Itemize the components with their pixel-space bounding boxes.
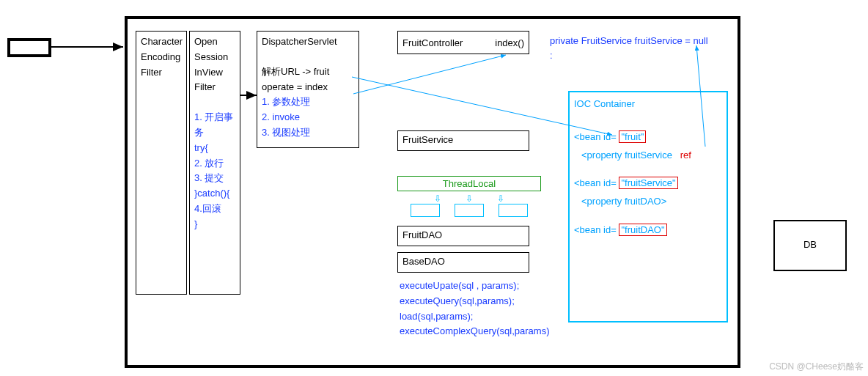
open-session-l2: Session	[194, 50, 235, 65]
prop-fruitservice-text: <property fruitService	[581, 150, 672, 161]
char-encoding-filter-l1: Character	[141, 34, 182, 50]
down-arrow-icon: ⇩	[466, 193, 473, 204]
fruit-service-box: FruitService	[397, 130, 529, 151]
open-session-note4: 3. 提交	[194, 171, 235, 186]
bean-fruitservice-id: "fruitService"	[619, 177, 677, 189]
ref-text: ref	[680, 150, 691, 161]
watermark-text: CSDN @CHeese奶酪客	[769, 361, 864, 373]
open-session-note3: 2. 放行	[194, 156, 235, 172]
open-session-note1: 1. 开启事务	[194, 110, 235, 141]
char-encoding-filter-l3: Filter	[141, 65, 182, 81]
open-session-l4: Filter	[194, 80, 235, 95]
threadlocal-slots	[397, 204, 541, 219]
open-session-filter-box: Open Session InView Filter 1. 开启事务 try{ …	[189, 31, 240, 295]
private-fruitservice-text: private FruitService fruitService = null	[550, 35, 708, 46]
bean-fruit-id: "fruit"	[619, 130, 646, 143]
threadlocal-arrows: ⇩ ⇩ ⇩	[397, 193, 541, 204]
slot-box	[455, 204, 484, 217]
dao-method-4: executeComplexQuery(sql,params)	[400, 324, 549, 339]
dispatcher-box-wrap: DispatcherServlet 解析URL -> fruit operate…	[257, 31, 359, 148]
down-arrow-icon: ⇩	[434, 193, 441, 204]
base-dao-label: BaseDAO	[402, 256, 445, 267]
fruit-controller-method: index()	[495, 37, 524, 48]
open-session-note6: 4.回滚	[194, 202, 235, 217]
bean-fruitdao-row: <bean id= "fruitDAO"	[574, 223, 722, 238]
dispatcher-s2: 2. invoke	[262, 110, 354, 125]
fruit-service-label: FruitService	[402, 134, 453, 145]
external-box	[7, 38, 51, 57]
threadlocal-group: ThreadLocal ⇩ ⇩ ⇩	[397, 176, 541, 219]
dispatcher-l3: operate = index	[262, 80, 354, 95]
open-session-l1: Open	[194, 34, 235, 50]
slot-box	[411, 204, 440, 217]
slot-box	[499, 204, 528, 217]
char-encoding-filter-l2: Encoding	[141, 50, 182, 65]
dispatcher-s3: 3. 视图处理	[262, 125, 354, 141]
bean-fruit-row: <bean id= "fruit"	[574, 130, 722, 145]
dispatcher-l2: 解析URL -> fruit	[262, 64, 354, 80]
fruit-controller-name: FruitController	[402, 37, 463, 48]
colon-text: :	[550, 50, 553, 61]
open-session-note2: try{	[194, 141, 235, 156]
ioc-title: IOC Container	[574, 97, 722, 112]
dao-method-3: load(sql,params);	[400, 309, 549, 325]
bean-fruitservice-row: <bean id= "fruitService"	[574, 176, 722, 191]
dispatcher-title: DispatcherServlet	[262, 34, 354, 50]
dao-method-1: executeUpate(sql , params);	[400, 279, 549, 294]
prop-fruitdao-text: <property fruitDAO>	[574, 194, 722, 210]
bean-fruitdao-id: "fruitDAO"	[619, 224, 666, 236]
dispatcher-s1: 1. 参数处理	[262, 95, 354, 110]
dispatcher-box: DispatcherServlet 解析URL -> fruit operate…	[257, 31, 359, 148]
bean-fruitservice-prefix: <bean id=	[574, 177, 617, 188]
base-dao-box: BaseDAO	[397, 252, 529, 273]
bean-fruit-prefix: <bean id=	[574, 131, 617, 142]
db-box: DB	[773, 220, 847, 271]
ioc-container-box: IOC Container <bean id= "fruit" <propert…	[568, 91, 728, 322]
char-encoding-filter-box: Character Encoding Filter	[136, 31, 187, 295]
dao-methods-list: executeUpate(sql , params); executeQuery…	[400, 279, 549, 339]
open-session-note7: }	[194, 217, 235, 232]
prop-fruitservice-row: <property fruitService ref	[574, 148, 722, 163]
db-label: DB	[803, 239, 817, 250]
bean-fruitdao-prefix: <bean id=	[574, 224, 617, 235]
fruit-controller-box: FruitController index()	[397, 31, 529, 54]
threadlocal-box: ThreadLocal	[397, 176, 541, 191]
fruit-dao-label: FruitDAO	[402, 229, 442, 240]
dao-method-2: executeQuery(sql,params);	[400, 294, 549, 309]
down-arrow-icon: ⇩	[497, 193, 504, 204]
open-session-note5: }catch(){	[194, 186, 235, 202]
fruit-dao-box: FruitDAO	[397, 226, 529, 246]
open-session-l3: InView	[194, 65, 235, 81]
